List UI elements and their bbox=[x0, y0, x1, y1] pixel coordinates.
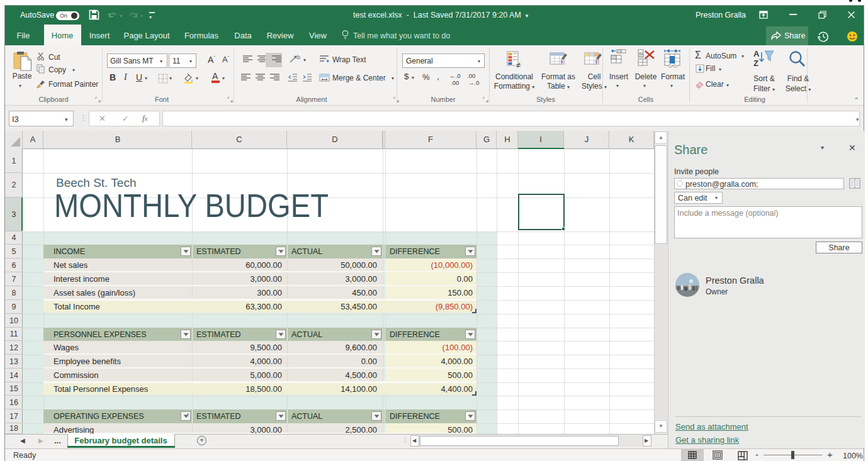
svg-text:≠: ≠ bbox=[516, 60, 521, 70]
svg-text:b: b bbox=[297, 54, 300, 60]
svg-text:A: A bbox=[753, 49, 760, 58]
svg-text:Z: Z bbox=[753, 58, 758, 68]
